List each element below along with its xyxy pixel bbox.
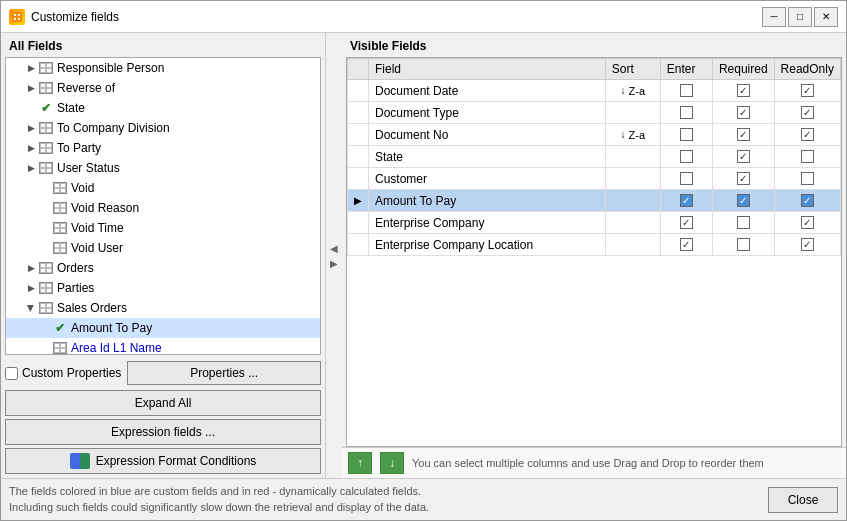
status-line2: Including such fields could significantl… <box>9 501 429 513</box>
table-icon <box>38 280 54 296</box>
move-down-button[interactable]: ↓ <box>380 452 404 474</box>
enter-cell[interactable] <box>660 168 712 190</box>
tree-item-user-status[interactable]: ▶ User Status <box>6 158 320 178</box>
table-icon <box>38 120 54 136</box>
row-indicator-cell <box>348 102 369 124</box>
enter-cell[interactable] <box>660 190 712 212</box>
splitter-right-arrow[interactable]: ▶ <box>330 258 338 269</box>
maximize-button[interactable]: □ <box>788 7 812 27</box>
enter-cell[interactable] <box>660 102 712 124</box>
readonly-cell[interactable] <box>774 80 840 102</box>
properties-button[interactable]: Properties ... <box>127 361 321 385</box>
col-readonly-header[interactable]: ReadOnly <box>774 59 840 80</box>
tree-item-void-time[interactable]: ▶ Void Time <box>6 218 320 238</box>
minimize-button[interactable]: ─ <box>762 7 786 27</box>
fields-tree[interactable]: ▶ Responsible Person ▶ Reverse of ▶ ✔ <box>5 57 321 355</box>
custom-properties-checkbox-label[interactable]: Custom Properties <box>5 366 121 380</box>
table-header-row: Field Sort Enter Required ReadOnly <box>348 59 841 80</box>
enter-cell[interactable] <box>660 212 712 234</box>
enter-cell[interactable] <box>660 146 712 168</box>
table-row[interactable]: Enterprise Company <box>348 212 841 234</box>
sort-cell <box>605 234 660 256</box>
tree-label-void-time: Void Time <box>71 221 124 235</box>
table-row[interactable]: Document No ↓ Z-a <box>348 124 841 146</box>
window-close-button[interactable]: ✕ <box>814 7 838 27</box>
table-row[interactable]: Document Type <box>348 102 841 124</box>
tree-item-amount-to-pay[interactable]: ▶ ✔ Amount To Pay <box>6 318 320 338</box>
window-title: Customize fields <box>31 10 119 24</box>
required-cell[interactable] <box>712 124 774 146</box>
check-icon-amount-to-pay: ✔ <box>52 320 68 336</box>
expression-format-icon <box>70 453 90 469</box>
tree-item-area-id[interactable]: ▶ Area Id L1 Name <box>6 338 320 355</box>
tree-item-sales-orders[interactable]: ▶ Sales Orders <box>6 298 320 318</box>
expression-format-button[interactable]: Expression Format Conditions <box>5 448 321 474</box>
tree-item-to-party[interactable]: ▶ To Party <box>6 138 320 158</box>
tree-item-void[interactable]: ▶ Void <box>6 178 320 198</box>
tree-item-responsible-person[interactable]: ▶ Responsible Person <box>6 58 320 78</box>
sort-cell: ↓ Z-a <box>605 80 660 102</box>
close-button[interactable]: Close <box>768 487 838 513</box>
required-cell[interactable] <box>712 212 774 234</box>
readonly-cell[interactable] <box>774 212 840 234</box>
field-name-cell: Document Type <box>369 102 606 124</box>
table-row[interactable]: ▶ Amount To Pay <box>348 190 841 212</box>
required-cell[interactable] <box>712 234 774 256</box>
tree-item-parties[interactable]: ▶ Parties <box>6 278 320 298</box>
readonly-cell[interactable] <box>774 146 840 168</box>
field-name-cell: Enterprise Company Location <box>369 234 606 256</box>
readonly-cell[interactable] <box>774 168 840 190</box>
expand-arrow-sales-orders[interactable]: ▶ <box>24 301 38 315</box>
expand-arrow-orders[interactable]: ▶ <box>24 261 38 275</box>
tree-label-void: Void <box>71 181 94 195</box>
col-sort-header[interactable]: Sort <box>605 59 660 80</box>
expand-arrow-to-company-division[interactable]: ▶ <box>24 121 38 135</box>
expand-arrow-responsible-person[interactable]: ▶ <box>24 61 38 75</box>
custom-properties-checkbox[interactable] <box>5 367 18 380</box>
tree-item-to-company-division[interactable]: ▶ To Company Division <box>6 118 320 138</box>
table-row[interactable]: State <box>348 146 841 168</box>
readonly-cell[interactable] <box>774 190 840 212</box>
svg-rect-4 <box>18 18 20 20</box>
enter-cell[interactable] <box>660 234 712 256</box>
expand-arrow-to-party[interactable]: ▶ <box>24 141 38 155</box>
table-row[interactable]: Enterprise Company Location <box>348 234 841 256</box>
required-cell[interactable] <box>712 146 774 168</box>
tree-item-void-reason[interactable]: ▶ Void Reason <box>6 198 320 218</box>
table-row[interactable]: Customer <box>348 168 841 190</box>
required-cell[interactable] <box>712 80 774 102</box>
col-required-header[interactable]: Required <box>712 59 774 80</box>
field-name-cell: Enterprise Company <box>369 212 606 234</box>
tree-item-orders[interactable]: ▶ Orders <box>6 258 320 278</box>
field-name-cell: Customer <box>369 168 606 190</box>
move-up-button[interactable]: ↑ <box>348 452 372 474</box>
readonly-cell[interactable] <box>774 124 840 146</box>
row-indicator-cell: ▶ <box>348 190 369 212</box>
required-cell[interactable] <box>712 190 774 212</box>
enter-cell[interactable] <box>660 80 712 102</box>
expand-arrow-user-status[interactable]: ▶ <box>24 161 38 175</box>
splitter-left-arrow[interactable]: ◀ <box>330 243 338 254</box>
enter-cell[interactable] <box>660 124 712 146</box>
svg-rect-3 <box>14 18 16 20</box>
required-cell[interactable] <box>712 102 774 124</box>
visible-fields-table-container[interactable]: Field Sort Enter Required ReadOnly Docum… <box>346 57 842 447</box>
tree-item-reverse-of[interactable]: ▶ Reverse of <box>6 78 320 98</box>
table-icon <box>52 340 68 355</box>
table-icon <box>38 300 54 316</box>
expand-arrow-reverse-of[interactable]: ▶ <box>24 81 38 95</box>
expand-all-button[interactable]: Expand All <box>5 390 321 416</box>
table-row[interactable]: Document Date ↓ Z-a <box>348 80 841 102</box>
col-enter-header[interactable]: Enter <box>660 59 712 80</box>
readonly-cell[interactable] <box>774 234 840 256</box>
readonly-cell[interactable] <box>774 102 840 124</box>
expression-fields-button[interactable]: Expression fields ... <box>5 419 321 445</box>
tree-label-reverse-of: Reverse of <box>57 81 115 95</box>
tree-item-void-user[interactable]: ▶ Void User <box>6 238 320 258</box>
tree-label-state: State <box>57 101 85 115</box>
expand-arrow-parties[interactable]: ▶ <box>24 281 38 295</box>
panel-splitter[interactable]: ◀ ▶ <box>326 33 342 478</box>
required-cell[interactable] <box>712 168 774 190</box>
tree-item-state[interactable]: ▶ ✔ State <box>6 98 320 118</box>
sort-cell <box>605 212 660 234</box>
